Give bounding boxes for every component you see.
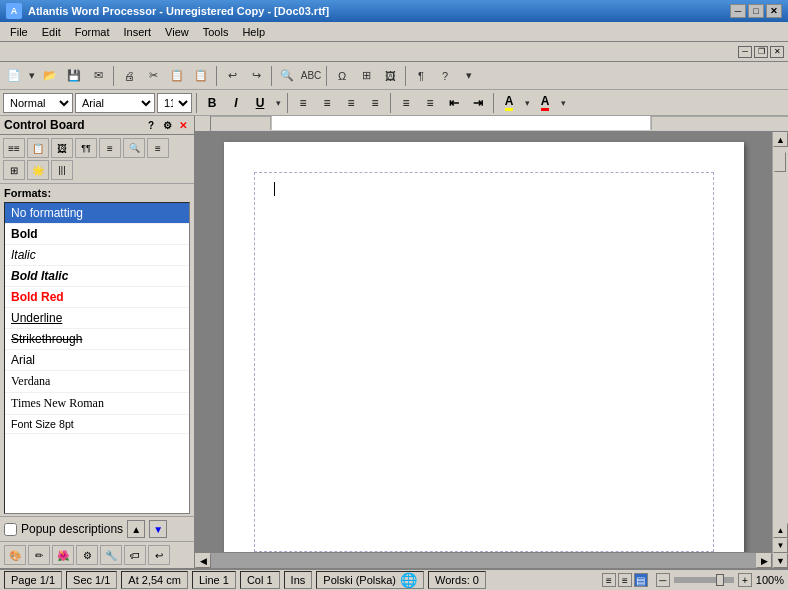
- list-bullets[interactable]: ≡: [395, 93, 417, 113]
- cb-tool-7[interactable]: ≡: [147, 138, 169, 158]
- cb-extra-3[interactable]: 🌺: [52, 545, 74, 565]
- format-strikethrough[interactable]: Strikethrough: [5, 329, 189, 350]
- format-times[interactable]: Times New Roman: [5, 393, 189, 415]
- tb-table[interactable]: ⊞: [355, 65, 377, 87]
- zoom-thumb[interactable]: [716, 574, 724, 586]
- cb-extra-4[interactable]: ⚙: [76, 545, 98, 565]
- inner-close-button[interactable]: ✕: [770, 46, 784, 58]
- tb-copy[interactable]: 📋: [166, 65, 188, 87]
- inner-restore-button[interactable]: ❐: [754, 46, 768, 58]
- tb-redo[interactable]: ↪: [245, 65, 267, 87]
- format-bold-italic[interactable]: Bold Italic: [5, 266, 189, 287]
- format-bold[interactable]: Bold: [5, 224, 189, 245]
- menu-tools[interactable]: Tools: [197, 25, 235, 39]
- zoom-minus-button[interactable]: ─: [656, 573, 670, 587]
- menu-edit[interactable]: Edit: [36, 25, 67, 39]
- tb-save[interactable]: 💾: [63, 65, 85, 87]
- cb-tool-1[interactable]: ≡≡: [3, 138, 25, 158]
- scroll-left-button[interactable]: ◀: [195, 553, 211, 568]
- cb-extra-7[interactable]: ↩: [148, 545, 170, 565]
- inner-minimize-button[interactable]: ─: [738, 46, 752, 58]
- menu-view[interactable]: View: [159, 25, 195, 39]
- zoom-slider[interactable]: [674, 577, 734, 583]
- cb-extra-5[interactable]: 🔧: [100, 545, 122, 565]
- scroll-up-button[interactable]: ▲: [773, 132, 788, 147]
- tb-para[interactable]: ¶: [410, 65, 432, 87]
- tb-undo[interactable]: ↩: [221, 65, 243, 87]
- view-btn-2[interactable]: ≡: [618, 573, 632, 587]
- format-down-button[interactable]: ▼: [149, 520, 167, 538]
- cb-tool-2[interactable]: 📋: [27, 138, 49, 158]
- close-button[interactable]: ✕: [766, 4, 782, 18]
- tb-find[interactable]: 🔍: [276, 65, 298, 87]
- highlight-button[interactable]: A: [498, 93, 520, 113]
- tb-symbol[interactable]: Ω: [331, 65, 353, 87]
- tb-image[interactable]: 🖼: [379, 65, 401, 87]
- scroll-right-button[interactable]: ▶: [756, 553, 772, 568]
- align-right[interactable]: ≡: [340, 93, 362, 113]
- menu-insert[interactable]: Insert: [118, 25, 158, 39]
- popup-desc-checkbox[interactable]: [4, 523, 17, 536]
- font-select[interactable]: Arial: [75, 93, 155, 113]
- maximize-button[interactable]: □: [748, 4, 764, 18]
- cb-close-icon[interactable]: ✕: [176, 118, 190, 132]
- list-numbers[interactable]: ≡: [419, 93, 441, 113]
- tb-print[interactable]: 🖨: [118, 65, 140, 87]
- format-underline[interactable]: Underline: [5, 308, 189, 329]
- align-center[interactable]: ≡: [316, 93, 338, 113]
- cb-tool-5[interactable]: ≡: [99, 138, 121, 158]
- view-btn-3[interactable]: ▤: [634, 573, 648, 587]
- tb-open[interactable]: 📂: [39, 65, 61, 87]
- cb-tool-9[interactable]: 🌟: [27, 160, 49, 180]
- doc-scroll-area[interactable]: [195, 132, 772, 552]
- align-left[interactable]: ≡: [292, 93, 314, 113]
- scroll-thumb-top[interactable]: ▲: [773, 523, 788, 538]
- format-bold-red[interactable]: Bold Red: [5, 287, 189, 308]
- indent-more[interactable]: ⇥: [467, 93, 489, 113]
- tb-email[interactable]: ✉: [87, 65, 109, 87]
- indent-less[interactable]: ⇤: [443, 93, 465, 113]
- format-italic[interactable]: Italic: [5, 245, 189, 266]
- style-select[interactable]: Normal: [3, 93, 73, 113]
- menu-help[interactable]: Help: [236, 25, 271, 39]
- format-up-button[interactable]: ▲: [127, 520, 145, 538]
- tb-new-drop[interactable]: ▾: [27, 65, 37, 87]
- format-verdana[interactable]: Verdana: [5, 371, 189, 393]
- underline-drop[interactable]: ▾: [273, 92, 283, 114]
- cb-tool-4[interactable]: ¶¶: [75, 138, 97, 158]
- tb-spell[interactable]: ABC: [300, 65, 322, 87]
- format-no-formatting[interactable]: No formatting: [5, 203, 189, 224]
- menu-file[interactable]: File: [4, 25, 34, 39]
- format-arial[interactable]: Arial: [5, 350, 189, 371]
- tb-help[interactable]: ?: [434, 65, 456, 87]
- document-page[interactable]: [224, 142, 744, 552]
- underline-button[interactable]: U: [249, 93, 271, 113]
- zoom-plus-button[interactable]: +: [738, 573, 752, 587]
- italic-button[interactable]: I: [225, 93, 247, 113]
- align-justify[interactable]: ≡: [364, 93, 386, 113]
- tb-paste[interactable]: 📋: [190, 65, 212, 87]
- scroll-down-button[interactable]: ▼: [773, 553, 788, 568]
- size-select[interactable]: 11: [157, 93, 192, 113]
- bold-button[interactable]: B: [201, 93, 223, 113]
- menu-format[interactable]: Format: [69, 25, 116, 39]
- tb-cut[interactable]: ✂: [142, 65, 164, 87]
- cb-extra-1[interactable]: 🎨: [4, 545, 26, 565]
- cb-tool-8[interactable]: ⊞: [3, 160, 25, 180]
- scroll-thumb-bottom[interactable]: ▼: [773, 538, 788, 553]
- cb-tool-10[interactable]: |||: [51, 160, 73, 180]
- cb-extra-6[interactable]: 🏷: [124, 545, 146, 565]
- cb-help-icon[interactable]: ?: [144, 118, 158, 132]
- cb-settings-icon[interactable]: ⚙: [160, 118, 174, 132]
- v-scroll-thumb[interactable]: [774, 152, 786, 172]
- font-color-button[interactable]: A: [534, 93, 556, 113]
- minimize-button[interactable]: ─: [730, 4, 746, 18]
- cb-tool-3[interactable]: 🖼: [51, 138, 73, 158]
- highlight-drop[interactable]: ▾: [522, 92, 532, 114]
- cb-tool-6[interactable]: 🔍: [123, 138, 145, 158]
- font-color-drop[interactable]: ▾: [558, 92, 568, 114]
- formats-list[interactable]: No formatting Bold Italic Bold Italic Bo…: [4, 202, 190, 514]
- tb-more[interactable]: ▾: [458, 65, 480, 87]
- tb-new[interactable]: 📄: [3, 65, 25, 87]
- format-font-size-8pt[interactable]: Font Size 8pt: [5, 415, 189, 434]
